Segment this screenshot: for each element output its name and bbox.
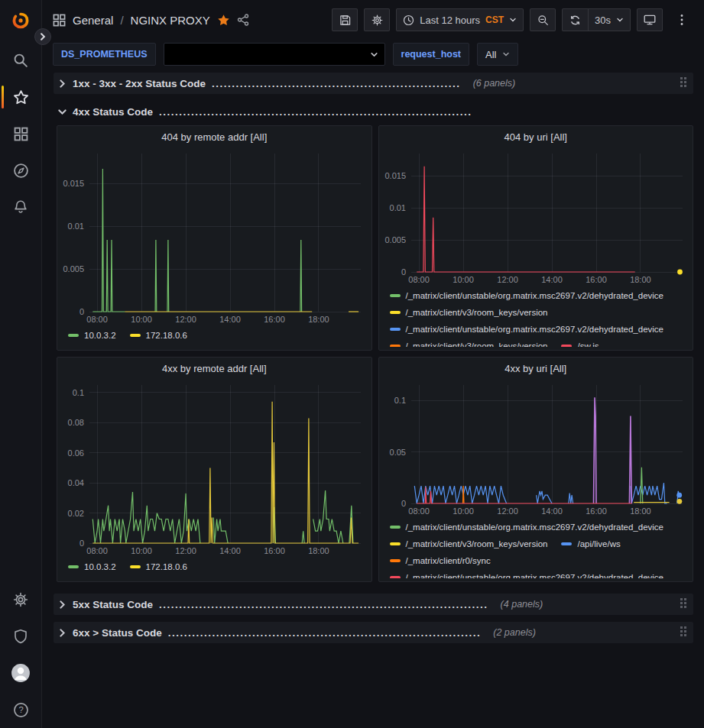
svg-text:0.1: 0.1: [394, 396, 405, 405]
legend-item[interactable]: /_matrix/client/r0/sync: [390, 556, 491, 565]
chevron-right-icon: [58, 600, 67, 609]
svg-text:10:00: 10:00: [453, 275, 474, 284]
svg-text:08:00: 08:00: [408, 275, 430, 284]
chevron-down-icon: [502, 50, 510, 58]
sidebar-item-alerting[interactable]: [0, 189, 41, 225]
panel-title[interactable]: 404 by remote addr [All]: [57, 126, 371, 147]
panel-title[interactable]: 4xx by uri [All]: [379, 358, 693, 379]
request-host-variable-label[interactable]: request_host: [393, 43, 470, 66]
request-host-select[interactable]: All: [477, 43, 518, 66]
sidebar-item-explore[interactable]: [0, 152, 41, 189]
time-range-label: Last 12 hours: [420, 15, 480, 26]
svg-text:0.02: 0.02: [68, 509, 84, 518]
svg-text:08:00: 08:00: [86, 546, 108, 555]
sidebar: ?: [0, 0, 42, 728]
clock-icon: [403, 15, 414, 26]
time-series-chart[interactable]: 00.0050.010.01508:0010:0012:0014:0016:00…: [62, 147, 367, 325]
legend-item[interactable]: /_matrix/client/v3/room_keys/version: [390, 539, 548, 548]
sidebar-item-help[interactable]: ?: [0, 691, 41, 728]
sidebar-expand-button[interactable]: [34, 28, 51, 45]
favorite-star-icon[interactable]: [217, 14, 230, 27]
panel-title[interactable]: 4xx by remote addr [All]: [57, 358, 371, 379]
legend-item[interactable]: /_matrix/client/unstable/org.matrix.msc2…: [390, 325, 664, 334]
tv-mode-button[interactable]: [637, 8, 663, 31]
svg-text:0: 0: [79, 539, 84, 548]
sidebar-item-server-admin[interactable]: [0, 618, 41, 655]
save-dashboard-button[interactable]: [332, 8, 358, 31]
time-range-picker[interactable]: Last 12 hours CST: [396, 8, 524, 31]
breadcrumb-dashboard-title[interactable]: NGINX PROXY: [131, 14, 210, 27]
legend-item[interactable]: 172.18.0.6: [130, 562, 187, 571]
sidebar-item-search[interactable]: [0, 42, 41, 79]
row-header-6xx[interactable]: 6xx > Status Code ......................…: [54, 622, 693, 643]
sidebar-item-dashboards[interactable]: [0, 115, 41, 152]
time-series-chart[interactable]: 00.050.108:0010:0012:0014:0016:0018:00: [384, 379, 689, 517]
row-title-dots: ........................................…: [159, 106, 472, 118]
row-title: 1xx - 3xx - 2xx Status Code: [73, 78, 206, 89]
panel-legend: 10.0.3.2172.18.0.6: [57, 557, 371, 578]
row-panel-count: (4 panels): [501, 599, 543, 610]
svg-text:10:00: 10:00: [131, 315, 152, 324]
share-icon[interactable]: [237, 14, 249, 26]
legend-item[interactable]: 10.0.3.2: [68, 562, 116, 571]
legend-item[interactable]: /_matrix/client/v3/room_keys/version: [390, 308, 548, 317]
zoom-out-button[interactable]: [530, 8, 556, 31]
panel-title[interactable]: 404 by uri [All]: [379, 126, 693, 147]
row-drag-handle[interactable]: [680, 77, 687, 88]
panel-legend: /_matrix/client/unstable/org.matrix.msc2…: [379, 517, 693, 578]
svg-text:12:00: 12:00: [497, 275, 518, 284]
row-title: 5xx Status Code: [73, 599, 153, 610]
top-navbar: General / NGINX PROXY: [42, 0, 704, 40]
svg-text:08:00: 08:00: [86, 315, 108, 324]
legend-item[interactable]: /sw.js: [561, 341, 599, 347]
row-panel-count: (2 panels): [493, 627, 536, 638]
compass-icon: [13, 163, 29, 179]
legend-item[interactable]: /_matrix/client/v3/room_keys/version: [390, 341, 548, 347]
datasource-select[interactable]: [164, 43, 385, 66]
row-header-1xx-3xx-2xx[interactable]: 1xx - 3xx - 2xx Status Code ............…: [54, 73, 693, 94]
datasource-variable-label[interactable]: DS_PROMETHEUS: [53, 43, 156, 66]
legend-item[interactable]: /api/live/ws: [561, 539, 620, 548]
dashboard-body: 1xx - 3xx - 2xx Status Code ............…: [42, 69, 704, 728]
panel-4xx-by-uri: 4xx by uri [All] 00.050.108:0010:0012:00…: [378, 357, 694, 582]
bell-icon: [13, 199, 28, 215]
svg-text:0.015: 0.015: [384, 171, 406, 180]
save-icon: [339, 15, 351, 26]
chevron-down-icon: [58, 108, 67, 116]
legend-item[interactable]: 172.18.0.6: [130, 331, 187, 340]
row-header-4xx[interactable]: 4xx Status Code ........................…: [54, 101, 693, 122]
time-series-chart[interactable]: 00.020.040.060.080.108:0010:0012:0014:00…: [62, 379, 367, 557]
chevron-right-icon: [58, 79, 67, 88]
row-title-dots: ........................................…: [168, 627, 482, 639]
row-header-5xx[interactable]: 5xx Status Code ........................…: [54, 594, 693, 615]
legend-item[interactable]: 10.0.3.2: [68, 331, 116, 340]
svg-text:0.01: 0.01: [389, 203, 405, 212]
svg-text:0.05: 0.05: [389, 448, 405, 457]
svg-text:0: 0: [401, 267, 405, 277]
row-drag-handle[interactable]: [680, 598, 687, 609]
panel-legend: /_matrix/client/unstable/org.matrix.msc2…: [379, 286, 693, 347]
star-icon: [13, 89, 29, 105]
row-title: 4xx Status Code: [73, 106, 153, 118]
legend-item[interactable]: /_matrix/client/unstable/org.matrix.msc2…: [390, 573, 664, 578]
sidebar-item-starred[interactable]: [0, 79, 41, 115]
legend-item[interactable]: /_matrix/client/unstable/org.matrix.msc2…: [390, 291, 664, 300]
kebab-menu-button[interactable]: [669, 8, 695, 31]
chevron-down-icon: [370, 50, 378, 59]
legend-item[interactable]: /_matrix/client/unstable/org.matrix.msc2…: [390, 523, 664, 532]
refresh-button[interactable]: [562, 8, 588, 31]
refresh-interval-select[interactable]: 30s: [588, 8, 631, 31]
grafana-logo-icon: [11, 11, 31, 31]
sidebar-item-configuration[interactable]: [0, 581, 41, 618]
svg-text:18:00: 18:00: [308, 546, 329, 555]
breadcrumb-section[interactable]: General: [73, 14, 113, 27]
row-drag-handle[interactable]: [680, 626, 687, 637]
time-series-chart[interactable]: 00.0050.010.01508:0010:0012:0014:0016:00…: [384, 147, 689, 286]
search-icon: [13, 53, 28, 68]
dashboard-settings-button[interactable]: [364, 8, 390, 31]
svg-text:14:00: 14:00: [541, 275, 563, 284]
svg-text:0: 0: [401, 499, 405, 508]
avatar: [11, 663, 31, 683]
sidebar-item-profile[interactable]: [0, 655, 41, 691]
kebab-menu-icon: [676, 14, 687, 26]
